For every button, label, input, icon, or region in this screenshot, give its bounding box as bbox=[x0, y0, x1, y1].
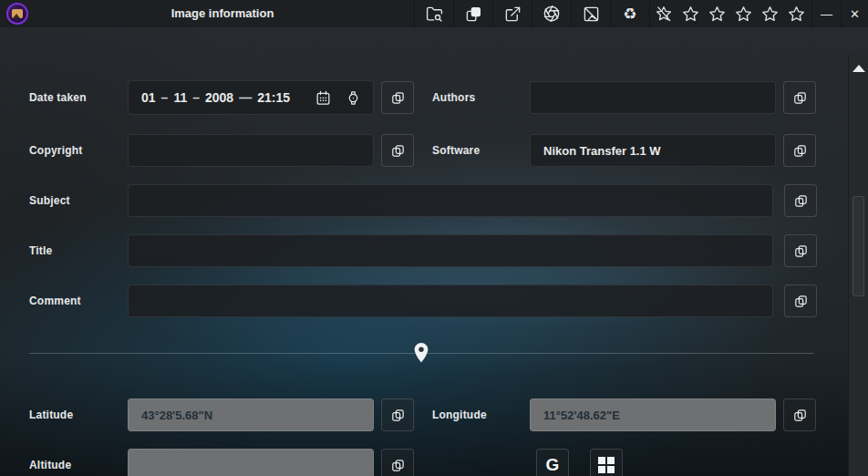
dialog-body: Date taken 01 – 11 – 2008 — 21:15 bbox=[0, 27, 868, 476]
date-time[interactable]: 21:15 bbox=[257, 90, 290, 105]
date-day[interactable]: 01 bbox=[141, 90, 156, 105]
copy-software-button[interactable] bbox=[783, 134, 816, 167]
altitude-input[interactable] bbox=[128, 449, 374, 476]
rating-star-2[interactable] bbox=[704, 0, 730, 27]
copy-date-button[interactable] bbox=[381, 81, 414, 114]
star-icon bbox=[760, 5, 780, 24]
aperture-icon bbox=[542, 5, 561, 23]
copy-subject-button[interactable] bbox=[784, 184, 817, 217]
copy-filled-icon bbox=[465, 5, 482, 23]
date-taken-label: Date taken bbox=[29, 80, 87, 115]
clear-rating-button[interactable] bbox=[649, 0, 677, 27]
date-separator: – bbox=[192, 90, 200, 105]
recycle-button[interactable]: ♻ bbox=[610, 0, 649, 27]
star-icon bbox=[734, 5, 753, 24]
open-google-maps-button[interactable]: G bbox=[536, 449, 569, 476]
latitude-input[interactable] bbox=[128, 398, 374, 431]
altitude-label: Altitude bbox=[29, 448, 71, 476]
authors-input[interactable] bbox=[530, 81, 776, 114]
image-information-window: Image information bbox=[0, 0, 868, 476]
open-bing-maps-button[interactable] bbox=[590, 449, 623, 476]
rating-star-1[interactable] bbox=[677, 0, 704, 27]
copy-title-button[interactable] bbox=[784, 234, 817, 267]
minimize-button[interactable]: — bbox=[811, 0, 841, 27]
close-button[interactable]: ✕ bbox=[841, 0, 868, 27]
date-year[interactable]: 2008 bbox=[205, 90, 233, 105]
software-input[interactable] bbox=[530, 134, 776, 167]
hide-image-button[interactable] bbox=[571, 0, 610, 27]
subject-label: Subject bbox=[29, 183, 70, 218]
microsoft-logo-icon bbox=[598, 457, 615, 473]
copy-latitude-button[interactable] bbox=[381, 398, 414, 431]
star-icon bbox=[708, 5, 727, 24]
scrollbar-thumb[interactable] bbox=[852, 196, 864, 296]
longitude-label: Longitude bbox=[432, 398, 487, 432]
copy-icon bbox=[793, 243, 809, 259]
window-title: Image information bbox=[0, 0, 445, 27]
locate-file-button[interactable] bbox=[414, 0, 453, 27]
arrow-up-icon bbox=[852, 65, 865, 72]
google-logo-icon: G bbox=[546, 455, 560, 475]
copy-icon bbox=[390, 143, 406, 159]
comment-input[interactable] bbox=[128, 285, 773, 317]
date-month[interactable]: 11 bbox=[173, 90, 187, 105]
subject-input[interactable] bbox=[128, 184, 773, 217]
copy-icon bbox=[792, 408, 808, 423]
rating-star-4[interactable] bbox=[757, 0, 783, 27]
vertical-scrollbar[interactable] bbox=[848, 55, 868, 476]
image-slash-icon bbox=[583, 5, 600, 23]
copy-icon bbox=[390, 458, 406, 473]
copy-icon bbox=[793, 294, 809, 309]
map-pin-icon bbox=[409, 340, 433, 366]
software-label: Software bbox=[432, 133, 480, 168]
title-input[interactable] bbox=[128, 234, 773, 267]
title-label: Title bbox=[29, 233, 52, 268]
date-taken-field[interactable]: 01 – 11 – 2008 — 21:15 bbox=[128, 80, 374, 115]
recycle-icon: ♻ bbox=[623, 6, 636, 22]
longitude-input[interactable] bbox=[530, 398, 776, 431]
titlebar-toolbar: ♻ bbox=[414, 0, 810, 27]
star-icon bbox=[681, 5, 700, 24]
copy-icon bbox=[792, 90, 808, 106]
date-time-separator: — bbox=[239, 90, 252, 105]
latitude-label: Latitude bbox=[29, 398, 73, 432]
aperture-button[interactable] bbox=[532, 0, 571, 27]
copy-copyright-button[interactable] bbox=[381, 134, 414, 167]
date-separator: – bbox=[161, 90, 169, 105]
copy-comment-button[interactable] bbox=[784, 285, 817, 317]
comment-label: Comment bbox=[29, 284, 81, 318]
scroll-up-button[interactable] bbox=[849, 58, 868, 78]
copyright-label: Copyright bbox=[29, 133, 82, 168]
open-external-button[interactable] bbox=[492, 0, 532, 27]
copy-icon bbox=[390, 90, 406, 106]
copy-authors-button[interactable] bbox=[783, 81, 816, 114]
calendar-icon[interactable] bbox=[315, 89, 332, 107]
copy-icon bbox=[390, 408, 406, 423]
rating-star-3[interactable] bbox=[730, 0, 757, 27]
copyright-input[interactable] bbox=[128, 134, 374, 167]
copy-longitude-button[interactable] bbox=[783, 398, 816, 431]
authors-label: Authors bbox=[432, 80, 475, 115]
star-off-icon bbox=[655, 5, 673, 23]
watch-icon[interactable] bbox=[345, 89, 362, 107]
star-icon bbox=[787, 5, 806, 24]
external-link-icon bbox=[504, 5, 522, 23]
titlebar: Image information bbox=[0, 0, 868, 27]
copy-info-button[interactable] bbox=[453, 0, 492, 27]
copy-altitude-button[interactable] bbox=[381, 449, 414, 476]
copy-icon bbox=[792, 143, 808, 159]
rating-star-5[interactable] bbox=[783, 0, 810, 27]
copy-icon bbox=[793, 193, 809, 209]
folder-search-icon bbox=[426, 5, 443, 23]
